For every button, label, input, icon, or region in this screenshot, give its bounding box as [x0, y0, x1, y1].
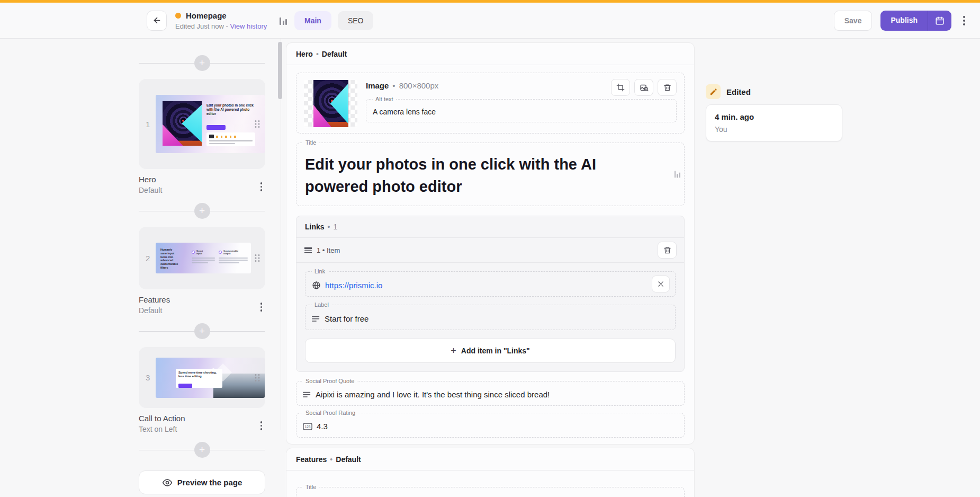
slice-card-hero[interactable]: 1 Edit your photos in one click with the… [139, 79, 265, 169]
thumb-cta-button [206, 125, 226, 130]
calendar-icon [935, 16, 945, 25]
title-field[interactable]: Title Humanly sane input turns into adva… [296, 487, 685, 497]
page-title: Homepage [186, 11, 227, 20]
camera-lens-image [163, 101, 202, 146]
versions-bars-icon[interactable] [280, 16, 287, 25]
pencil-icon [709, 88, 717, 96]
drag-handle-icon[interactable] [675, 171, 681, 178]
rating-field-value[interactable]: 4.3 [317, 422, 328, 431]
sidebar-scrollbar[interactable] [278, 42, 282, 99]
link-url-value[interactable]: https://prismic.io [325, 281, 382, 290]
alt-text-label: Alt text [373, 96, 396, 102]
social-proof-rating-field[interactable]: Social Proof Rating 123 4.3 [296, 413, 685, 438]
save-button[interactable]: Save [834, 11, 873, 31]
slices-sidebar: + 1 Edit your photos in one click with t… [0, 39, 281, 497]
trash-icon [663, 83, 671, 92]
links-group-header: Links • 1 [296, 216, 684, 238]
dash-separator: - [226, 22, 228, 30]
add-slice-button[interactable]: + [194, 55, 210, 71]
quote-field-value[interactable]: Aipixi is amazing and I love it. It's th… [316, 390, 550, 399]
drag-handle-icon[interactable] [254, 254, 260, 263]
crop-image-button[interactable] [611, 79, 630, 96]
social-proof-quote-field[interactable]: Social Proof Quote Aipixi is amazing and… [296, 381, 685, 406]
rows-icon [304, 246, 312, 254]
tab-main[interactable]: Main [294, 11, 331, 30]
link-field[interactable]: Link https://prismic.io [305, 271, 676, 297]
features-slice-editor: Features • Default Title Humanly sane in… [286, 448, 694, 497]
schedule-publish-button[interactable] [928, 11, 951, 31]
tab-seo[interactable]: SEO [338, 11, 374, 30]
activity-panel: Edited 4 min. ago You [706, 39, 842, 497]
preview-page-button[interactable]: Preview the page [139, 471, 265, 494]
arrow-left-icon [152, 16, 161, 25]
bullet-separator: • [316, 50, 319, 58]
label-field-label: Label [312, 301, 331, 308]
number-123-icon: 123 [303, 423, 312, 430]
drag-handle-icon[interactable] [254, 120, 260, 129]
status-dot-icon [175, 13, 181, 19]
page-header: Homepage Edited Just now - View history … [0, 3, 980, 39]
title-field[interactable]: Title Edit your photos in one click with… [296, 143, 685, 206]
edit-history-card[interactable]: 4 min. ago You [706, 104, 842, 141]
label-field[interactable]: Label Start for free [305, 305, 676, 330]
globe-icon [312, 281, 321, 290]
add-item-button[interactable]: + Add item in "Links" [305, 339, 676, 363]
slice-card-features[interactable]: 2 Humanly sane input turns into advanced… [139, 227, 265, 289]
add-slice-divider: + [139, 203, 265, 219]
features-section-header: Features • Default [286, 448, 694, 471]
add-slice-button[interactable]: + [194, 203, 210, 219]
links-count: 1 [333, 223, 337, 231]
alt-text-field[interactable]: Alt text A camera lens face [366, 99, 677, 122]
add-slice-button[interactable]: + [194, 442, 210, 458]
links-group: Links • 1 1 • Item Link [296, 216, 685, 372]
slice-name: Call to Action [139, 414, 185, 423]
feature-icon [192, 251, 195, 254]
slice-number: 2 [146, 254, 150, 263]
add-slice-button[interactable]: + [194, 323, 210, 339]
thumb-cta-button [178, 384, 192, 388]
slice-menu-hero[interactable] [257, 179, 266, 194]
remove-link-button[interactable] [652, 276, 670, 292]
links-label: Links [305, 223, 325, 231]
camera-lens-image [313, 80, 348, 127]
edit-author: You [715, 125, 833, 134]
replace-image-button[interactable] [634, 79, 653, 96]
delete-image-button[interactable] [658, 79, 677, 96]
slice-card-cta[interactable]: 3 Spend more time shooting, less time ed… [139, 347, 265, 408]
drag-handle-icon[interactable] [254, 373, 260, 382]
hero-slice-editor: Hero • Default Image • 800×800px [286, 43, 694, 444]
slice-variant: Text on Left [139, 425, 185, 433]
title-field-value[interactable]: Edit your photos in one click with the A… [305, 153, 654, 198]
thumb-cta-title: Spend more time shooting, less time edit… [178, 371, 220, 378]
links-item-row[interactable]: 1 • Item [296, 238, 684, 263]
image-thumbnail[interactable] [304, 80, 357, 127]
add-item-label: Add item in "Links" [461, 347, 530, 355]
view-history-link[interactable]: View history [230, 22, 267, 30]
label-field-value[interactable]: Start for free [325, 314, 368, 323]
section-variant: Default [322, 50, 347, 58]
slice-name: Features [139, 295, 170, 304]
slice-number: 1 [146, 120, 150, 129]
add-slice-divider: + [139, 442, 265, 458]
align-left-icon [312, 316, 320, 322]
feature-col-title: Customizable output [223, 250, 238, 255]
delete-item-button[interactable] [658, 242, 677, 259]
grip-dots-icon [254, 254, 260, 263]
back-button[interactable] [147, 11, 167, 31]
grip-dots-icon [254, 373, 260, 382]
thumb-logo-icon [209, 135, 214, 138]
slice-label-features: Features Default [139, 295, 265, 315]
slice-menu-features[interactable] [257, 299, 266, 315]
alt-text-value[interactable]: A camera lens face [373, 108, 670, 116]
slice-thumbnail-features: Humanly sane input turns into advanced c… [156, 243, 251, 273]
header-more-menu[interactable] [960, 13, 968, 29]
thumb-features-title: Humanly sane input turns into advanced c… [160, 248, 177, 261]
slice-thumbnail-hero: Edit your photos in one click with the A… [156, 95, 265, 153]
image-field[interactable]: Image • 800×800px [296, 73, 685, 134]
slice-menu-cta[interactable] [257, 418, 266, 433]
slice-variant: Default [139, 306, 170, 315]
edited-badge: Edited [706, 84, 842, 99]
publish-button[interactable]: Publish [880, 11, 928, 31]
thumb-social-proof [206, 132, 255, 146]
plus-icon: + [451, 345, 456, 357]
